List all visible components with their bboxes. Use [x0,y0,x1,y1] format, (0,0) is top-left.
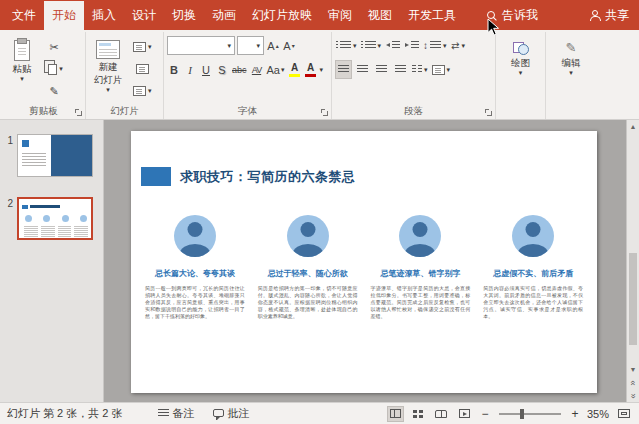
highlight-color-button[interactable]: A [288,60,302,79]
zoom-slider[interactable] [499,413,561,415]
bold-button[interactable]: B [167,60,181,79]
thumbnail-slide-1[interactable]: 1 [2,134,98,177]
columns-button[interactable]: ▾ [411,60,429,79]
scrollbar-track[interactable] [627,133,639,363]
notes-label: 备注 [173,406,195,421]
shrink-font-button[interactable]: A▾ [282,36,296,55]
vertical-scrollbar[interactable]: ▲ ▼ « « [626,120,639,402]
slide-sorter-view-button[interactable] [410,406,427,422]
scroll-down-arrow[interactable]: ▼ [627,363,639,376]
reset-slide-button[interactable] [131,59,154,79]
justify-button[interactable] [392,60,409,79]
thumb1-text-lines [22,153,46,167]
scrollbar-thumb[interactable] [629,253,637,345]
tab-review[interactable]: 审阅 [320,1,360,30]
tab-file[interactable]: 文件 [4,1,44,30]
tab-view[interactable]: 视图 [360,1,400,30]
tab-insert[interactable]: 插入 [84,1,124,30]
column-2-heading[interactable]: 忌过于轻率、随心所欲 [268,268,348,279]
character-spacing-button[interactable]: AV [250,60,264,79]
column-2[interactable]: 忌过于轻率、随心所欲 简历是给招聘方的第一印象，切不可随意应付。版式混乱、内容随… [258,215,358,320]
new-slide-button[interactable]: 新建 幻灯片 ▾ [89,35,127,103]
format-painter-button[interactable]: ✎ [43,81,65,101]
font-size-select[interactable]: ▾ [237,36,264,55]
text-direction-button[interactable]: ⇄▾ [450,36,467,55]
align-left-button[interactable] [335,60,352,79]
column-4-heading[interactable]: 忌虚假不实、前后矛盾 [493,268,573,279]
grow-font-button[interactable]: A▴ [266,36,280,55]
zoom-out-button[interactable]: − [479,407,491,421]
paragraph-dialog-launcher[interactable] [485,109,492,116]
drawing-group-button[interactable]: 绘图 ▾ [499,35,542,103]
tab-animations[interactable]: 动画 [204,1,244,30]
reading-view-button[interactable] [433,406,450,422]
paste-button[interactable]: 粘贴 ▾ [5,35,39,103]
column-1-heading[interactable]: 忌长篇大论、夸夸其谈 [155,268,235,279]
change-case-dropdown-icon: ▾ [281,67,285,73]
editing-group-button[interactable]: ✎ 编辑 ▾ [549,35,593,103]
slideshow-view-button[interactable] [456,406,473,422]
slide-title-text[interactable]: 求职技巧：写简历的六条禁忌 [180,168,356,186]
strikethrough-button[interactable]: abc [231,60,248,79]
increase-indent-button[interactable] [403,36,420,55]
clipboard-dialog-launcher[interactable] [75,109,82,116]
section-button[interactable]: ▾ [131,81,154,101]
column-2-body[interactable]: 简历是给招聘方的第一印象，切不可随意应付。版式混乱、内容随心所欲，会让人觉得你态… [258,285,358,320]
align-right-button[interactable] [373,60,390,79]
column-1[interactable]: 忌长篇大论、夸夸其谈 简历一般一到两页即可，冗长的简历往往让招聘人员失去耐心。夸… [145,215,245,320]
comments-toggle[interactable]: 批注 [206,406,257,421]
current-slide[interactable]: 求职技巧：写简历的六条禁忌 忌长篇大论、夸夸其谈 简历一般一到两页即可，冗长的简… [131,131,597,393]
smartart-dropdown-icon: ▾ [447,67,451,73]
slide-2-thumbnail[interactable] [17,197,93,240]
column-4-body[interactable]: 简历内容必须真实可信，切忌弄虚作假、夸大其词。前后矛盾的信息一旦被发现，不仅会立… [483,285,583,320]
bullets-button[interactable]: ▾ [335,36,358,55]
change-case-button[interactable]: Aa▾ [266,60,286,79]
scroll-up-arrow[interactable]: ▲ [627,120,639,133]
slide-canvas[interactable]: 求职技巧：写简历的六条禁忌 忌长篇大论、夸夸其谈 简历一般一到两页即可，冗长的简… [104,120,626,402]
numbering-icon [361,41,376,50]
zoom-in-button[interactable]: + [569,407,581,421]
slide-1-thumbnail[interactable] [17,134,93,177]
slide-layout-button[interactable]: ▾ [131,37,154,57]
align-center-button[interactable] [354,60,371,79]
zoom-level-label[interactable]: 35% [587,408,609,420]
copy-button[interactable]: ▾ [43,59,65,79]
column-1-body[interactable]: 简历一般一到两页即可，冗长的简历往往让招聘人员失去耐心。夸夸其谈、堆砌辞藻只会适… [145,285,245,320]
thumb2-title-accent [22,205,28,209]
zoom-slider-thumb[interactable] [520,409,524,419]
cut-button[interactable]: ✂ [43,37,65,57]
font-color-button[interactable]: A [304,60,318,79]
column-4[interactable]: 忌虚假不实、前后矛盾 简历内容必须真实可信，切忌弄虚作假、夸大其词。前后矛盾的信… [483,215,583,320]
normal-view-button[interactable] [387,406,404,422]
slide-count-status[interactable]: 幻灯片 第 2 张，共 2 张 [7,406,123,421]
previous-slide-button[interactable]: « [627,376,639,389]
paste-dropdown-icon[interactable]: ▾ [20,76,24,82]
powerpoint-window: 文件 开始 插入 设计 切换 动画 幻灯片放映 审阅 视图 开发工具 告诉我 共… [0,0,639,424]
tab-transitions[interactable]: 切换 [164,1,204,30]
tab-home[interactable]: 开始 [44,1,84,30]
decrease-indent-button[interactable] [384,36,401,55]
tab-developer[interactable]: 开发工具 [400,1,464,30]
column-3[interactable]: 忌笔迹潦草、错字别字 字迹潦草、错字别字是简历的大忌，会直接拉低印象分。书写要工… [371,215,471,320]
line-spacing-button[interactable]: ↕▾ [422,36,448,55]
tab-design[interactable]: 设计 [124,1,164,30]
convert-smartart-button[interactable]: ▾ [431,60,452,79]
thumbnail-slide-2[interactable]: 2 [2,197,98,240]
italic-button[interactable]: I [183,60,197,79]
font-color-bar [305,74,316,77]
text-shadow-button[interactable]: S [215,60,229,79]
tell-me-search[interactable]: 告诉我 [478,1,547,30]
underline-button[interactable]: U [199,60,213,79]
share-button[interactable]: 共享 [581,1,637,30]
notes-toggle[interactable]: 备注 [151,406,202,421]
next-slide-button[interactable]: « [627,389,639,402]
tab-slideshow[interactable]: 幻灯片放映 [244,1,320,30]
font-name-select[interactable]: ▾ [167,36,235,55]
numbering-button[interactable]: ▾ [360,36,383,55]
column-3-heading[interactable]: 忌笔迹潦草、错字别字 [380,268,460,279]
font-dialog-launcher[interactable] [321,109,328,116]
column-3-body[interactable]: 字迹潦草、错字别字是简历的大忌，会直接拉低印象分。书写要工整，用词要准确，标点要… [371,285,471,320]
fit-to-window-button[interactable] [615,406,632,422]
slide-title-block[interactable]: 求职技巧：写简历的六条禁忌 [141,167,356,186]
font-color-dropdown-icon[interactable]: ▾ [320,67,324,73]
